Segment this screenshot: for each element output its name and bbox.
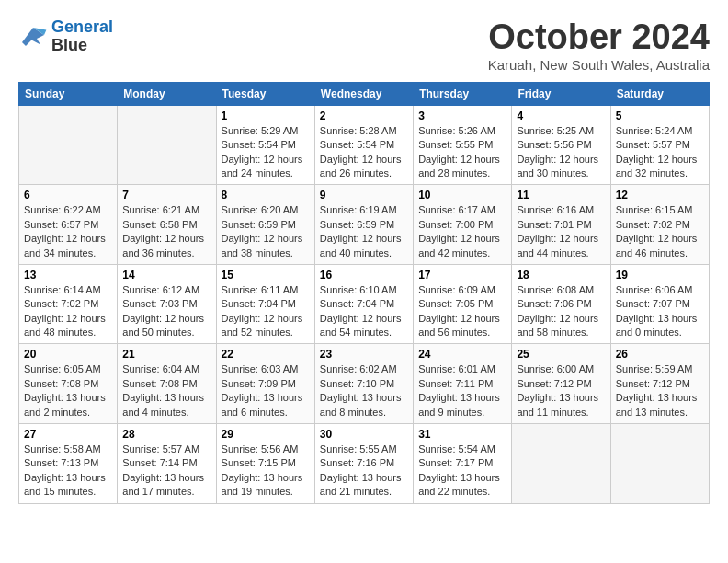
day-header-thursday: Thursday [414, 82, 512, 105]
day-number: 30 [320, 428, 408, 441]
day-info: Sunrise: 6:12 AM Sunset: 7:03 PM Dayligh… [122, 283, 210, 340]
calendar-day-cell: 19Sunrise: 6:06 AM Sunset: 7:07 PM Dayli… [610, 264, 709, 344]
day-info: Sunrise: 6:04 AM Sunset: 7:08 PM Dayligh… [122, 362, 210, 419]
day-number: 16 [320, 269, 408, 282]
calendar-day-cell: 5Sunrise: 5:24 AM Sunset: 5:57 PM Daylig… [610, 105, 709, 185]
calendar-day-cell [19, 105, 118, 185]
day-info: Sunrise: 6:17 AM Sunset: 7:00 PM Dayligh… [418, 203, 506, 260]
calendar-day-cell: 30Sunrise: 5:55 AM Sunset: 7:16 PM Dayli… [314, 424, 413, 504]
day-info: Sunrise: 5:57 AM Sunset: 7:14 PM Dayligh… [122, 442, 210, 500]
day-number: 28 [122, 428, 210, 441]
day-number: 5 [616, 109, 704, 122]
day-info: Sunrise: 5:54 AM Sunset: 7:17 PM Dayligh… [418, 442, 506, 500]
day-info: Sunrise: 6:02 AM Sunset: 7:10 PM Dayligh… [320, 362, 408, 419]
calendar-day-cell [610, 424, 709, 504]
day-info: Sunrise: 6:05 AM Sunset: 7:08 PM Dayligh… [24, 362, 112, 419]
day-info: Sunrise: 6:03 AM Sunset: 7:09 PM Dayligh… [222, 362, 310, 419]
day-number: 25 [517, 348, 605, 361]
day-header-friday: Friday [512, 82, 610, 105]
calendar-day-cell: 20Sunrise: 6:05 AM Sunset: 7:08 PM Dayli… [19, 344, 118, 424]
logo-text: GeneralBlue [51, 18, 113, 55]
day-info: Sunrise: 6:22 AM Sunset: 6:57 PM Dayligh… [24, 203, 112, 260]
calendar-day-cell: 23Sunrise: 6:02 AM Sunset: 7:10 PM Dayli… [314, 344, 413, 424]
calendar-day-cell: 4Sunrise: 5:25 AM Sunset: 5:56 PM Daylig… [512, 105, 610, 185]
calendar-week-row: 6Sunrise: 6:22 AM Sunset: 6:57 PM Daylig… [19, 185, 710, 265]
day-number: 23 [320, 348, 408, 361]
day-number: 7 [122, 189, 210, 201]
day-info: Sunrise: 6:08 AM Sunset: 7:06 PM Dayligh… [517, 283, 605, 340]
calendar-day-cell: 10Sunrise: 6:17 AM Sunset: 7:00 PM Dayli… [414, 185, 512, 265]
day-number: 1 [222, 109, 310, 122]
day-info: Sunrise: 6:21 AM Sunset: 6:58 PM Dayligh… [122, 203, 210, 260]
day-number: 22 [222, 348, 310, 361]
day-info: Sunrise: 5:55 AM Sunset: 7:16 PM Dayligh… [320, 442, 408, 500]
day-header-sunday: Sunday [19, 82, 118, 105]
day-number: 11 [517, 189, 605, 201]
day-info: Sunrise: 6:15 AM Sunset: 7:02 PM Dayligh… [616, 203, 704, 260]
calendar-day-cell: 11Sunrise: 6:16 AM Sunset: 7:01 PM Dayli… [512, 185, 610, 265]
calendar-day-cell: 24Sunrise: 6:01 AM Sunset: 7:11 PM Dayli… [414, 344, 512, 424]
day-number: 26 [616, 348, 704, 361]
calendar-day-cell: 13Sunrise: 6:14 AM Sunset: 7:02 PM Dayli… [19, 264, 118, 344]
day-number: 24 [418, 348, 506, 361]
day-number: 13 [24, 269, 112, 282]
calendar-day-cell: 2Sunrise: 5:28 AM Sunset: 5:54 PM Daylig… [314, 105, 413, 185]
day-number: 21 [122, 348, 210, 361]
calendar-day-cell: 14Sunrise: 6:12 AM Sunset: 7:03 PM Dayli… [118, 264, 216, 344]
calendar-day-cell: 28Sunrise: 5:57 AM Sunset: 7:14 PM Dayli… [118, 424, 216, 504]
day-number: 10 [418, 189, 506, 201]
calendar-week-row: 27Sunrise: 5:58 AM Sunset: 7:13 PM Dayli… [19, 424, 710, 504]
calendar-day-cell: 25Sunrise: 6:00 AM Sunset: 7:12 PM Dayli… [512, 344, 610, 424]
day-header-monday: Monday [118, 82, 216, 105]
calendar-day-cell: 26Sunrise: 5:59 AM Sunset: 7:12 PM Dayli… [610, 344, 709, 424]
calendar-day-cell: 12Sunrise: 6:15 AM Sunset: 7:02 PM Dayli… [610, 185, 709, 265]
day-number: 3 [418, 109, 506, 122]
day-header-tuesday: Tuesday [216, 82, 314, 105]
day-number: 29 [222, 428, 310, 441]
day-number: 17 [418, 269, 506, 282]
title-block: October 2024 Karuah, New South Wales, Au… [488, 18, 710, 73]
logo: GeneralBlue [18, 18, 113, 55]
day-info: Sunrise: 5:24 AM Sunset: 5:57 PM Dayligh… [616, 124, 704, 181]
day-info: Sunrise: 6:11 AM Sunset: 7:04 PM Dayligh… [222, 283, 310, 340]
day-number: 8 [222, 189, 310, 201]
calendar-day-cell: 16Sunrise: 6:10 AM Sunset: 7:04 PM Dayli… [314, 264, 413, 344]
day-number: 14 [122, 269, 210, 282]
day-info: Sunrise: 5:26 AM Sunset: 5:55 PM Dayligh… [418, 124, 506, 181]
calendar-day-cell: 15Sunrise: 6:11 AM Sunset: 7:04 PM Dayli… [216, 264, 314, 344]
day-info: Sunrise: 5:25 AM Sunset: 5:56 PM Dayligh… [517, 124, 605, 181]
calendar-day-cell: 1Sunrise: 5:29 AM Sunset: 5:54 PM Daylig… [216, 105, 314, 185]
calendar-day-cell: 27Sunrise: 5:58 AM Sunset: 7:13 PM Dayli… [19, 424, 118, 504]
day-header-saturday: Saturday [610, 82, 709, 105]
day-number: 4 [517, 109, 605, 122]
calendar-week-row: 20Sunrise: 6:05 AM Sunset: 7:08 PM Dayli… [19, 344, 710, 424]
day-number: 15 [222, 269, 310, 282]
day-number: 31 [418, 428, 506, 441]
calendar-day-cell [118, 105, 216, 185]
day-info: Sunrise: 6:10 AM Sunset: 7:04 PM Dayligh… [320, 283, 408, 340]
location-subtitle: Karuah, New South Wales, Australia [488, 57, 710, 73]
calendar-day-cell: 21Sunrise: 6:04 AM Sunset: 7:08 PM Dayli… [118, 344, 216, 424]
calendar-day-cell: 3Sunrise: 5:26 AM Sunset: 5:55 PM Daylig… [414, 105, 512, 185]
calendar-day-cell: 22Sunrise: 6:03 AM Sunset: 7:09 PM Dayli… [216, 344, 314, 424]
calendar-week-row: 1Sunrise: 5:29 AM Sunset: 5:54 PM Daylig… [19, 105, 710, 185]
day-info: Sunrise: 6:19 AM Sunset: 6:59 PM Dayligh… [320, 203, 408, 260]
calendar-day-cell: 9Sunrise: 6:19 AM Sunset: 6:59 PM Daylig… [314, 185, 413, 265]
day-number: 20 [24, 348, 112, 361]
day-number: 18 [517, 269, 605, 282]
calendar-day-cell: 8Sunrise: 6:20 AM Sunset: 6:59 PM Daylig… [216, 185, 314, 265]
day-info: Sunrise: 6:16 AM Sunset: 7:01 PM Dayligh… [517, 203, 605, 260]
day-info: Sunrise: 6:00 AM Sunset: 7:12 PM Dayligh… [517, 362, 605, 419]
day-header-wednesday: Wednesday [314, 82, 413, 105]
day-number: 2 [320, 109, 408, 122]
day-info: Sunrise: 6:01 AM Sunset: 7:11 PM Dayligh… [418, 362, 506, 419]
day-number: 6 [24, 189, 112, 201]
day-info: Sunrise: 5:59 AM Sunset: 7:12 PM Dayligh… [616, 362, 704, 419]
calendar-day-cell: 31Sunrise: 5:54 AM Sunset: 7:17 PM Dayli… [414, 424, 512, 504]
day-info: Sunrise: 6:09 AM Sunset: 7:05 PM Dayligh… [418, 283, 506, 340]
month-title: October 2024 [488, 18, 710, 57]
calendar-day-cell: 6Sunrise: 6:22 AM Sunset: 6:57 PM Daylig… [19, 185, 118, 265]
day-number: 9 [320, 189, 408, 201]
calendar-day-cell: 18Sunrise: 6:08 AM Sunset: 7:06 PM Dayli… [512, 264, 610, 344]
calendar-table: SundayMondayTuesdayWednesdayThursdayFrid… [18, 82, 710, 504]
